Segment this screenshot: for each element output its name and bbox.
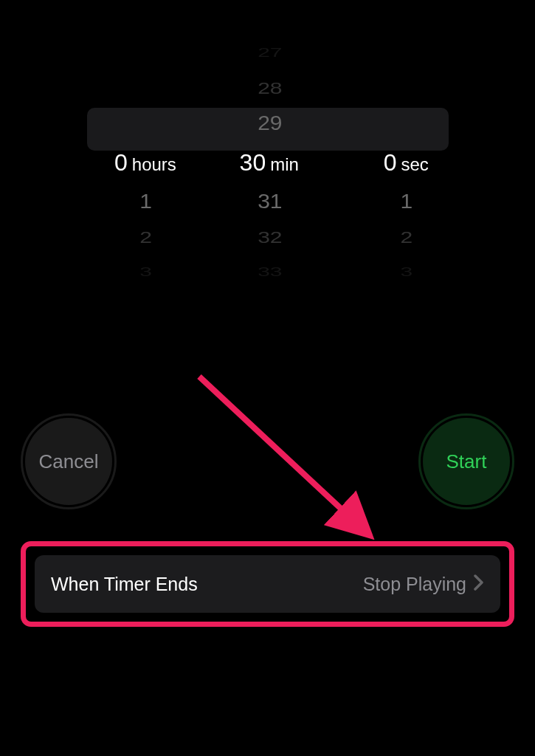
picker-item: [383, 43, 413, 62]
picker-item: 28: [253, 75, 283, 101]
picker-selected-hours: 0hours: [98, 141, 176, 184]
when-timer-ends-value-wrap: Stop Playing: [363, 574, 484, 595]
picker-selected-minutes: 30min: [236, 141, 299, 184]
picker-item: 3: [383, 263, 413, 282]
buttons-row: Cancel Start: [0, 413, 535, 509]
seconds-picker-column[interactable]: 0sec 1 2 3: [333, 44, 463, 281]
picker-item: [383, 107, 413, 139]
picker-item: [122, 107, 152, 139]
annotation-highlight-box: When Timer Ends Stop Playing: [21, 541, 514, 627]
picker-item: [383, 75, 413, 101]
picker-item: 27: [253, 43, 283, 62]
cancel-button-label: Cancel: [25, 418, 112, 505]
picker-item: 33: [253, 263, 283, 282]
hours-picker-column[interactable]: 0hours 1 2 3: [72, 44, 203, 281]
cancel-button[interactable]: Cancel: [21, 413, 117, 509]
start-button-label: Start: [423, 418, 510, 505]
when-timer-ends-button[interactable]: When Timer Ends Stop Playing: [35, 555, 500, 613]
picker-item: 29: [253, 107, 283, 139]
picker-selected-seconds: 0sec: [367, 141, 429, 184]
when-timer-ends-value: Stop Playing: [363, 574, 466, 595]
picker-item: [122, 75, 152, 101]
picker-item: 31: [253, 185, 283, 217]
when-timer-ends-label: When Timer Ends: [51, 574, 198, 595]
picker-item: 2: [122, 224, 152, 250]
picker-item: 1: [383, 185, 413, 217]
chevron-right-icon: [474, 574, 484, 594]
picker-item: 2: [383, 224, 413, 250]
picker-item: [122, 43, 152, 62]
time-picker[interactable]: 0hours 1 2 3 27 28 29 30min 31 32 33 0se…: [72, 44, 463, 281]
picker-item: 3: [122, 263, 152, 282]
picker-item: 32: [253, 224, 283, 250]
minutes-picker-column[interactable]: 27 28 29 30min 31 32 33: [202, 44, 333, 281]
start-button[interactable]: Start: [418, 413, 514, 509]
picker-item: 1: [122, 185, 152, 217]
